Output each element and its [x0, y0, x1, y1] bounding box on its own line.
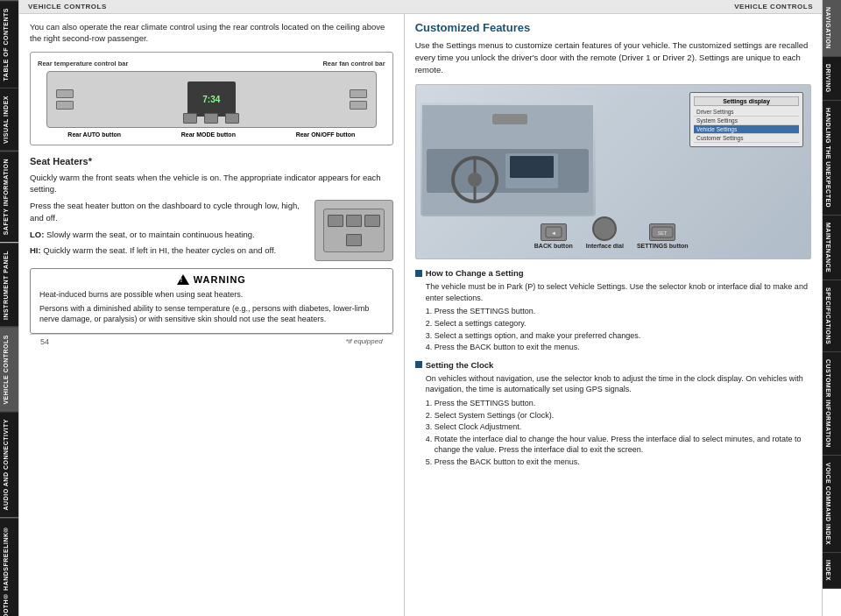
settings-button-item: SET SETTINGS button — [637, 223, 689, 250]
clock-step-5: Press the BACK button to exit the menus. — [435, 457, 811, 468]
seat-heater-image — [314, 200, 393, 261]
page-footer: 54 *if equipped — [30, 334, 393, 349]
setting-clock-section: Setting the Clock On vehicles without na… — [415, 360, 811, 468]
warning-box: WARNING Heat-induced burns are possible … — [30, 268, 393, 334]
sidebar-item-audio-connectivity[interactable]: AUDIO AND CONNECTIVITY — [0, 411, 18, 517]
diagram-label-top-right: Rear fan control bar — [322, 60, 385, 67]
how-to-change-intro: The vehicle must be in Park (P) to selec… — [415, 281, 811, 303]
right-column: Customized Features Use the Settings men… — [405, 14, 822, 616]
page-header: VEHICLE CONTROLS VEHICLE CONTROLS — [19, 0, 822, 14]
setting-clock-heading: Setting the Clock — [415, 360, 811, 370]
diagram-label-bottom-center: Rear MODE button — [181, 131, 236, 138]
svg-rect-8 — [492, 114, 527, 124]
heater-button-image — [314, 200, 393, 261]
settings-menu-item-1: System Settings — [694, 117, 799, 125]
header-left-label: VEHICLE CONTROLS — [28, 3, 107, 11]
sidebar-item-bluetooth[interactable]: BLUETOOTH® HANDSFREELINK® — [0, 518, 18, 616]
settings-button-graphic: SET — [649, 223, 675, 241]
back-button-label: BACK button — [534, 243, 573, 250]
if-equipped-note: *if equipped — [345, 337, 382, 345]
svg-text:SET: SET — [658, 230, 668, 236]
left-sidebar: TABLE OF CONTENTS VISUAL INDEX SAFETY IN… — [0, 0, 19, 616]
settings-image-container: Settings display Driver Settings System … — [415, 84, 811, 259]
how-to-change-steps: Press the SETTINGS button. Select a sett… — [415, 306, 811, 352]
header-right-label: VEHICLE CONTROLS — [734, 3, 813, 11]
interface-dial-graphic — [592, 216, 617, 241]
settings-menu-item-0: Driver Settings — [694, 108, 799, 117]
rear-climate-diagram: Rear temperature control bar Rear fan co… — [30, 52, 393, 145]
clock-step-1: Press the SETTINGS button. — [435, 398, 811, 409]
car-interior-image — [420, 103, 596, 216]
clock-step-4: Rotate the interface dial to change the … — [435, 434, 811, 456]
how-to-change-step-4: Press the BACK button to exit the menus. — [435, 342, 811, 353]
warning-header: WARNING — [39, 274, 384, 285]
warning-triangle-icon — [177, 274, 189, 285]
clock-step-2: Select System Settings (or Clock). — [435, 410, 811, 421]
customized-features-title: Customized Features — [415, 21, 811, 34]
warning-line2: Persons with a diminished ability to sen… — [39, 303, 384, 325]
back-button-item: ◄ BACK button — [534, 223, 573, 250]
interface-dial-item: Interface dial — [586, 216, 624, 250]
how-to-change-section: How to Change a Setting The vehicle must… — [415, 268, 811, 353]
rear-climate-text: You can also operate the rear climate co… — [30, 21, 393, 45]
seat-heaters-section: Seat Heaters* Quickly warm the front sea… — [30, 156, 393, 262]
diagram-label-top-left: Rear temperature control bar — [38, 60, 128, 67]
interface-dial-label: Interface dial — [586, 243, 624, 250]
blue-square-clock-icon — [415, 361, 422, 368]
right-sidebar: NAVIGATION DRIVING HANDLING THE UNEXPECT… — [822, 0, 841, 616]
setting-clock-intro: On vehicles without navigation, use the … — [415, 373, 811, 395]
how-to-change-step-3: Select a settings option, and make your … — [435, 330, 811, 342]
svg-rect-7 — [510, 156, 554, 178]
sidebar-item-navigation[interactable]: NAVIGATION — [823, 0, 841, 57]
seat-heater-text: Press the seat heater button on the dash… — [30, 200, 307, 261]
content-columns: You can also operate the rear climate co… — [19, 14, 822, 616]
seat-heaters-heading: Seat Heaters* — [30, 156, 393, 166]
hi-text: HI: Quickly warm the seat. If left in HI… — [30, 244, 307, 257]
svg-point-3 — [468, 173, 482, 187]
sidebar-item-handling-unexpected[interactable]: HANDLING THE UNEXPECTED — [823, 101, 841, 216]
blue-square-icon — [415, 270, 422, 277]
how-to-change-step-2: Select a settings category. — [435, 318, 811, 329]
how-to-change-heading: How to Change a Setting — [415, 268, 811, 278]
setting-clock-steps: Press the SETTINGS button. Select System… — [415, 398, 811, 468]
sidebar-item-driving[interactable]: DRIVING — [823, 57, 841, 101]
clock-step-3: Select Clock Adjustment. — [435, 421, 811, 433]
left-column: You can also operate the rear climate co… — [19, 14, 405, 616]
sidebar-item-instrument-panel[interactable]: INSTRUMENT PANEL — [0, 243, 18, 327]
svg-text:◄: ◄ — [551, 230, 556, 236]
press-text: Press the seat heater button on the dash… — [30, 200, 307, 224]
sidebar-item-voice-command[interactable]: VOICE COMMAND INDEX — [823, 456, 841, 553]
seat-heaters-intro: Quickly warm the front seats when the ve… — [30, 172, 393, 196]
customized-intro: Use the Settings menus to customize cert… — [415, 39, 811, 75]
bottom-controls-area: ◄ BACK button Interface dial S — [534, 216, 689, 250]
settings-display-title: Settings display — [694, 96, 799, 106]
lo-text: LO: Slowly warm the seat, or to maintain… — [30, 229, 307, 241]
settings-menu-item-2: Vehicle Settings — [694, 125, 799, 134]
sidebar-item-specifications[interactable]: SPECIFICATIONS — [823, 280, 841, 352]
diagram-label-bottom-left: Rear AUTO button — [67, 131, 121, 138]
diagram-label-bottom-right: Rear ON/OFF button — [296, 131, 356, 138]
sidebar-item-safety-information[interactable]: SAFETY INFORMATION — [0, 151, 18, 242]
main-content: VEHICLE CONTROLS VEHICLE CONTROLS You ca… — [19, 0, 822, 616]
settings-display-box: Settings display Driver Settings System … — [689, 92, 803, 147]
settings-button-label: SETTINGS button — [637, 243, 689, 250]
warning-line1: Heat-induced burns are possible when usi… — [39, 289, 384, 301]
settings-menu-item-3: Customer Settings — [694, 134, 799, 143]
sidebar-item-index[interactable]: INDEX — [823, 553, 841, 589]
page-number: 54 — [40, 337, 49, 346]
sidebar-item-customer-information[interactable]: CUSTOMER INFORMATION — [823, 352, 841, 456]
sidebar-item-maintenance[interactable]: MAINTENANCE — [823, 216, 841, 280]
seat-heater-layout: Press the seat heater button on the dash… — [30, 200, 393, 261]
sidebar-item-visual-index[interactable]: VISUAL INDEX — [0, 88, 18, 151]
sidebar-item-table-of-contents[interactable]: TABLE OF CONTENTS — [0, 0, 18, 88]
warning-title: WARNING — [194, 274, 246, 285]
how-to-change-step-1: Press the SETTINGS button. — [435, 306, 811, 317]
sidebar-item-vehicle-controls[interactable]: VEHICLE CONTROLS — [0, 327, 18, 412]
back-button-graphic: ◄ — [541, 223, 567, 241]
